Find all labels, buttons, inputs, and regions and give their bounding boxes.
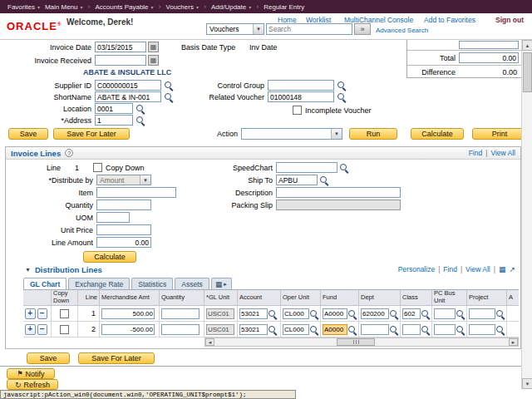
ship-to-input[interactable] — [276, 175, 318, 185]
project-lookup-icon[interactable] — [495, 325, 505, 334]
oper-unit-lookup-icon[interactable] — [309, 309, 318, 318]
copy-down-checkbox[interactable] — [60, 325, 69, 334]
delete-row-button[interactable]: − — [37, 324, 48, 335]
calculate-button[interactable]: Calculate — [411, 128, 464, 140]
calendar-icon[interactable]: ▦ — [148, 42, 159, 52]
oper-unit-input[interactable] — [283, 308, 309, 319]
personalize-link[interactable]: Personalize — [398, 265, 435, 273]
tab-gl-chart[interactable]: GL Chart — [23, 278, 66, 289]
breadcrumb-item-accounts-payable[interactable]: Accounts Payable▾ — [96, 3, 154, 11]
oper-unit-lookup-icon[interactable] — [309, 325, 318, 334]
notify-button[interactable]: ⚑Notify — [7, 368, 55, 379]
pc-bus-unit-input[interactable] — [434, 324, 456, 335]
quantity-input[interactable] — [161, 308, 200, 319]
class-lookup-icon[interactable] — [421, 309, 430, 318]
merchandise-amt-input[interactable] — [101, 308, 155, 319]
save-button[interactable]: Save — [8, 128, 48, 140]
item-input[interactable] — [96, 187, 176, 198]
breadcrumb-item-vouchers[interactable]: Vouchers▾ — [166, 3, 199, 11]
quantity-input[interactable] — [96, 200, 151, 210]
class-input[interactable] — [402, 308, 421, 319]
merchandise-amt-input[interactable] — [101, 324, 155, 335]
shortname-input[interactable] — [95, 91, 161, 102]
save-button-bottom[interactable]: Save — [27, 352, 70, 364]
vertical-scrollbar[interactable]: ▲ ▼ — [521, 40, 532, 389]
calculate-line-button[interactable]: Calculate — [83, 251, 136, 263]
account-lookup-icon[interactable] — [268, 309, 277, 318]
uom-input[interactable] — [96, 212, 130, 223]
account-input[interactable] — [239, 324, 268, 335]
address-input[interactable] — [95, 115, 133, 126]
related-voucher-input[interactable] — [268, 91, 334, 102]
pc-bus-unit-lookup-icon[interactable] — [456, 325, 465, 334]
related-voucher-lookup-icon[interactable] — [337, 92, 347, 102]
address-lookup-icon[interactable] — [135, 116, 145, 126]
advanced-search-link[interactable]: Advanced Search — [376, 27, 428, 34]
search-input[interactable] — [266, 23, 352, 35]
speedchart-input[interactable] — [276, 162, 337, 173]
class-lookup-icon[interactable] — [421, 325, 430, 334]
tab-statistics[interactable]: Statistics — [131, 278, 173, 289]
scroll-up-icon[interactable]: ▲ — [522, 40, 532, 51]
vertical-scrollbar-thumb[interactable] — [523, 52, 532, 92]
scroll-right-icon[interactable]: ► — [509, 338, 518, 346]
copy-down-checkbox[interactable] — [93, 163, 102, 172]
view-all-link[interactable]: View All — [490, 149, 515, 157]
view-all-link[interactable]: View All — [466, 265, 490, 273]
control-group-input[interactable] — [268, 80, 334, 91]
save-for-later-button-bottom[interactable]: Save For Later — [78, 352, 155, 364]
tab-exchange-rate[interactable]: Exchange Rate — [68, 278, 130, 289]
horizontal-scrollbar-thumb[interactable] — [337, 338, 375, 346]
download-to-excel-icon[interactable]: ▦ — [499, 265, 506, 273]
breadcrumb-item-add-update[interactable]: Add/Update▾ — [211, 3, 251, 11]
fund-input[interactable] — [323, 308, 347, 319]
line-amount-input[interactable] — [96, 237, 151, 248]
dept-lookup-icon[interactable] — [389, 309, 398, 318]
shortname-lookup-icon[interactable] — [164, 92, 174, 102]
collapse-section-icon[interactable]: ▼ — [25, 267, 31, 273]
print-button[interactable]: Print — [472, 128, 527, 140]
delete-row-button[interactable]: − — [37, 308, 48, 319]
breadcrumb-item-main-menu[interactable]: Main Menu▾ — [45, 3, 83, 11]
pc-bus-unit-input[interactable] — [434, 308, 456, 319]
incomplete-voucher-checkbox[interactable] — [293, 106, 302, 115]
save-for-later-button[interactable]: Save For Later — [53, 128, 130, 140]
add-row-button[interactable]: + — [25, 324, 36, 335]
fund-lookup-icon[interactable] — [347, 309, 357, 318]
action-select[interactable]: ▼ — [241, 128, 342, 140]
sign-out-link[interactable]: Sign out — [495, 16, 524, 24]
find-link[interactable]: Find — [443, 265, 457, 273]
control-group-lookup-icon[interactable] — [337, 81, 347, 91]
totals-partial-input[interactable] — [459, 41, 519, 49]
breadcrumb-item-favorites[interactable]: Favorites▾ — [7, 3, 40, 11]
oper-unit-input[interactable] — [283, 324, 309, 335]
search-go-button[interactable]: » — [354, 23, 371, 35]
total-input[interactable] — [459, 52, 519, 63]
project-lookup-icon[interactable] — [495, 309, 505, 318]
calendar-icon[interactable]: ▦ — [148, 55, 159, 66]
account-input[interactable] — [239, 308, 268, 319]
project-input[interactable] — [469, 308, 495, 319]
pc-bus-unit-lookup-icon[interactable] — [456, 309, 465, 318]
location-lookup-icon[interactable] — [135, 104, 145, 114]
help-icon[interactable]: ? — [65, 149, 73, 157]
invoice-date-input[interactable] — [95, 42, 146, 52]
add-to-favorites-link[interactable]: Add to Favorites — [424, 16, 475, 24]
horizontal-scrollbar[interactable]: ◄ ► — [204, 337, 519, 347]
refresh-button[interactable]: ↻Refresh — [7, 379, 58, 390]
dept-input[interactable] — [361, 324, 389, 335]
supplier-id-input[interactable] — [95, 80, 161, 91]
tab-assets[interactable]: Assets — [175, 278, 209, 289]
copy-down-checkbox[interactable] — [60, 309, 69, 318]
find-link[interactable]: Find — [469, 149, 483, 157]
unit-price-input[interactable] — [96, 224, 151, 235]
show-all-columns-button[interactable]: ▦► — [211, 278, 232, 289]
fund-input[interactable] — [323, 324, 347, 335]
scroll-down-icon[interactable]: ▼ — [522, 378, 532, 389]
add-row-button[interactable]: + — [25, 308, 36, 319]
dept-lookup-icon[interactable] — [389, 325, 398, 334]
breadcrumb-item-regular-entry[interactable]: Regular Entry — [264, 3, 304, 11]
invoice-received-input[interactable] — [95, 55, 146, 66]
scroll-left-icon[interactable]: ◄ — [205, 338, 214, 346]
fund-lookup-icon[interactable] — [347, 325, 357, 334]
